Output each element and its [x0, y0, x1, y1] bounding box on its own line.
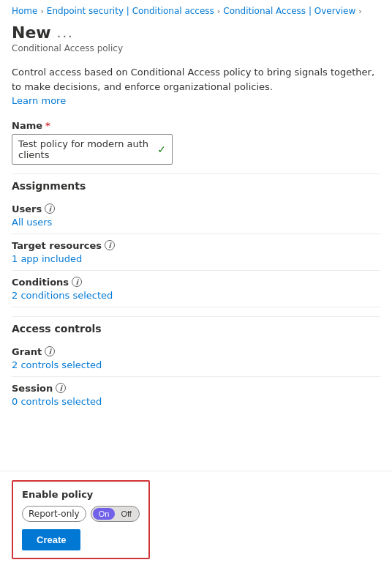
toggle-on-button[interactable]: On	[93, 508, 116, 520]
breadcrumb-home[interactable]: Home	[12, 6, 37, 16]
users-label: Users i	[12, 203, 380, 214]
name-field-group: Name * Test policy for modern auth clien…	[12, 120, 380, 165]
grant-label-text: Grant	[12, 346, 42, 357]
check-icon: ✓	[157, 143, 166, 155]
section-divider-assignments	[12, 173, 380, 174]
target-resources-row: Target resources i 1 app included	[12, 234, 380, 271]
grant-value[interactable]: 2 controls selected	[12, 359, 380, 370]
target-resources-label: Target resources i	[12, 240, 380, 251]
description-text: Control access based on Conditional Acce…	[12, 67, 374, 92]
create-button[interactable]: Create	[22, 529, 80, 550]
page-subtitle: Conditional Access policy	[12, 43, 380, 53]
description-box: Control access based on Conditional Acce…	[12, 65, 380, 108]
enable-policy-label: Enable policy	[22, 489, 140, 500]
enable-policy-section: Enable policy Report-only On Off Create	[12, 480, 150, 559]
breadcrumb-endpoint-security[interactable]: Endpoint security | Conditional access	[47, 6, 214, 16]
toggle-off-button[interactable]: Off	[115, 508, 137, 520]
page-title-dots[interactable]: ...	[57, 25, 74, 40]
users-row: Users i All users	[12, 198, 380, 234]
users-value[interactable]: All users	[12, 217, 380, 228]
users-info-icon[interactable]: i	[45, 203, 55, 214]
target-resources-info-icon[interactable]: i	[105, 240, 115, 250]
session-label-text: Session	[12, 383, 53, 394]
access-controls-section-title: Access controls	[12, 323, 380, 335]
name-label-text: Name	[12, 120, 42, 131]
session-row: Session i 0 controls selected	[12, 377, 380, 413]
grant-info-icon[interactable]: i	[45, 346, 55, 356]
users-label-text: Users	[12, 203, 42, 214]
page-title-row: New ...	[12, 23, 380, 42]
conditions-label: Conditions i	[12, 277, 380, 288]
breadcrumb: Home › Endpoint security | Conditional a…	[0, 0, 392, 20]
breadcrumb-sep-2: ›	[217, 7, 220, 16]
assignments-section-title: Assignments	[12, 180, 380, 192]
main-content: New ... Conditional Access policy Contro…	[0, 20, 392, 425]
breadcrumb-sep-1: ›	[40, 7, 43, 16]
conditions-label-text: Conditions	[12, 277, 69, 288]
name-input-value: Test policy for modern auth clients	[18, 138, 157, 160]
conditions-row: Conditions i 2 conditions selected	[12, 271, 380, 307]
grant-label: Grant i	[12, 346, 380, 357]
session-info-icon[interactable]: i	[56, 383, 66, 393]
page-title: New	[12, 23, 51, 42]
learn-more-link[interactable]: Learn more	[12, 95, 66, 106]
grant-row: Grant i 2 controls selected	[12, 340, 380, 377]
name-label: Name *	[12, 120, 380, 131]
name-input-wrapper[interactable]: Test policy for modern auth clients ✓	[12, 134, 173, 165]
session-label: Session i	[12, 383, 380, 394]
breadcrumb-sep-3: ›	[358, 7, 361, 16]
section-divider-access-controls	[12, 316, 380, 317]
target-resources-label-text: Target resources	[12, 240, 102, 251]
toggle-container[interactable]: On Off	[91, 506, 140, 522]
bottom-panel: Enable policy Report-only On Off Create	[0, 471, 392, 568]
conditions-value[interactable]: 2 conditions selected	[12, 290, 380, 301]
target-resources-value[interactable]: 1 app included	[12, 253, 380, 264]
conditions-info-icon[interactable]: i	[72, 277, 82, 287]
breadcrumb-conditional-access[interactable]: Conditional Access | Overview	[223, 6, 355, 16]
session-value[interactable]: 0 controls selected	[12, 396, 380, 407]
report-only-option[interactable]: Report-only	[22, 506, 86, 522]
toggle-row: Report-only On Off	[22, 506, 140, 522]
required-star: *	[45, 120, 50, 131]
